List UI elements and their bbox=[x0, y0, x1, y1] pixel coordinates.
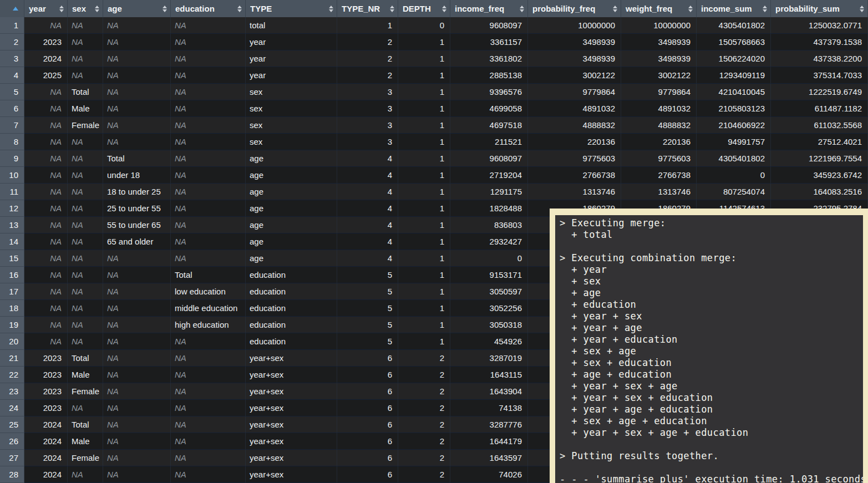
sort-icon[interactable] bbox=[520, 6, 524, 12]
cell-weight_freq: 4891032 bbox=[621, 100, 697, 117]
row-number: 16 bbox=[0, 267, 24, 283]
cell-income_freq: 2719204 bbox=[450, 167, 528, 184]
sort-icon[interactable] bbox=[329, 6, 333, 12]
cell-income_freq: 2885138 bbox=[450, 67, 528, 84]
column-header-income_freq[interactable]: income_freq bbox=[450, 0, 528, 17]
console-line: + year + sex + education bbox=[560, 392, 863, 404]
cell-year: 2024 bbox=[24, 433, 68, 450]
column-header-TYPE[interactable]: TYPE bbox=[246, 0, 337, 17]
console-line: + sex + age bbox=[560, 345, 863, 357]
console-line: > Executing merge: bbox=[560, 217, 863, 229]
sort-icon[interactable] bbox=[163, 6, 167, 12]
cell-TYPE: education bbox=[246, 317, 337, 333]
cell-sex: NA bbox=[68, 134, 103, 150]
cell-year: NA bbox=[24, 100, 68, 117]
row-number: 7 bbox=[0, 117, 24, 134]
sort-icon[interactable] bbox=[95, 6, 99, 12]
console-line: > Executing combination merge: bbox=[560, 252, 863, 264]
cell-sex: Male bbox=[68, 100, 103, 117]
table-row: 5NATotalNANAsex3193965769779864977986442… bbox=[0, 84, 868, 100]
column-header-rownumber[interactable] bbox=[0, 0, 24, 17]
cell-education: NA bbox=[171, 217, 246, 233]
cell-DEPTH: 1 bbox=[398, 67, 450, 84]
column-header-TYPE_NR[interactable]: TYPE_NR bbox=[337, 0, 398, 17]
cell-DEPTH: 1 bbox=[398, 317, 450, 333]
sort-icon[interactable] bbox=[763, 6, 767, 12]
cell-DEPTH: 1 bbox=[398, 250, 450, 267]
cell-TYPE_NR: 6 bbox=[337, 383, 398, 400]
cell-age: NA bbox=[103, 450, 171, 466]
sort-icon[interactable] bbox=[442, 6, 446, 12]
console-line: + year + sex + age + education bbox=[560, 427, 863, 439]
table-row: 8NANANANAsex3121152122013622013694991757… bbox=[0, 134, 868, 150]
cell-DEPTH: 1 bbox=[398, 34, 450, 50]
cell-DEPTH: 2 bbox=[398, 450, 450, 466]
cell-education: middle education bbox=[171, 300, 246, 317]
column-header-probability_sum[interactable]: probability_sum bbox=[771, 0, 868, 17]
cell-DEPTH: 2 bbox=[398, 466, 450, 483]
cell-probability_sum: 27512.4021 bbox=[771, 134, 868, 150]
column-header-probability_freq[interactable]: probability_freq bbox=[528, 0, 621, 17]
column-header-income_sum[interactable]: income_sum bbox=[697, 0, 771, 17]
cell-TYPE: age bbox=[246, 233, 337, 250]
cell-education: NA bbox=[171, 466, 246, 483]
cell-DEPTH: 1 bbox=[398, 300, 450, 317]
cell-weight_freq: 3498939 bbox=[621, 50, 697, 67]
column-header-year[interactable]: year bbox=[24, 0, 68, 17]
sort-icon[interactable] bbox=[390, 6, 394, 12]
column-header-DEPTH[interactable]: DEPTH bbox=[398, 0, 450, 17]
cell-DEPTH: 2 bbox=[398, 433, 450, 450]
cell-TYPE: sex bbox=[246, 84, 337, 100]
cell-income_sum: 1506224020 bbox=[697, 50, 771, 67]
cell-year: NA bbox=[24, 184, 68, 200]
cell-education: high education bbox=[171, 317, 246, 333]
cell-age: NA bbox=[103, 383, 171, 400]
sort-icon[interactable] bbox=[860, 6, 864, 12]
column-header-label: age bbox=[108, 4, 122, 13]
row-number: 6 bbox=[0, 100, 24, 117]
cell-year: 2023 bbox=[24, 383, 68, 400]
console-line: + year + sex bbox=[560, 311, 863, 322]
sort-icon[interactable] bbox=[688, 6, 693, 12]
cell-TYPE_NR: 4 bbox=[337, 150, 398, 167]
cell-TYPE: year bbox=[246, 50, 337, 67]
console-line bbox=[560, 241, 863, 252]
cell-sex: Female bbox=[68, 117, 103, 134]
column-header-sex[interactable]: sex bbox=[68, 0, 103, 17]
cell-TYPE_NR: 3 bbox=[337, 84, 398, 100]
cell-year: 2024 bbox=[24, 50, 68, 67]
cell-education: NA bbox=[171, 400, 246, 416]
cell-weight_freq: 1313746 bbox=[621, 184, 697, 200]
row-number: 4 bbox=[0, 67, 24, 84]
cell-TYPE_NR: 6 bbox=[337, 367, 398, 383]
console-line: > Putting results together. bbox=[560, 450, 863, 462]
cell-TYPE_NR: 5 bbox=[337, 333, 398, 350]
cell-sex: NA bbox=[68, 50, 103, 67]
cell-education: NA bbox=[171, 117, 246, 134]
cell-TYPE_NR: 3 bbox=[337, 134, 398, 150]
column-header-education[interactable]: education bbox=[171, 0, 246, 17]
table-row: 1NANANANAtotal10960809710000000100000004… bbox=[0, 17, 868, 34]
sort-icon[interactable] bbox=[237, 6, 242, 12]
cell-DEPTH: 1 bbox=[398, 233, 450, 250]
cell-TYPE_NR: 6 bbox=[337, 450, 398, 466]
cell-probability_freq: 10000000 bbox=[528, 17, 621, 34]
sort-icon[interactable] bbox=[59, 6, 64, 12]
cell-age: NA bbox=[103, 17, 171, 34]
cell-education: NA bbox=[171, 333, 246, 350]
column-header-label: income_freq bbox=[455, 4, 504, 13]
column-header-age[interactable]: age bbox=[103, 0, 171, 17]
cell-education: NA bbox=[171, 134, 246, 150]
cell-year: NA bbox=[24, 267, 68, 283]
sort-icon[interactable] bbox=[613, 6, 617, 12]
cell-weight_freq: 9775603 bbox=[621, 150, 697, 167]
cell-sex: Female bbox=[68, 450, 103, 466]
cell-income_freq: 3050597 bbox=[450, 283, 528, 300]
cell-year: 2024 bbox=[24, 416, 68, 433]
cell-TYPE: age bbox=[246, 217, 337, 233]
cell-year: 2024 bbox=[24, 466, 68, 483]
cell-income_sum: 1505768663 bbox=[697, 34, 771, 50]
column-header-weight_freq[interactable]: weight_freq bbox=[621, 0, 697, 17]
cell-age: Total bbox=[103, 150, 171, 167]
table-row: 6NAMaleNANAsex31469905848910324891032210… bbox=[0, 100, 868, 117]
